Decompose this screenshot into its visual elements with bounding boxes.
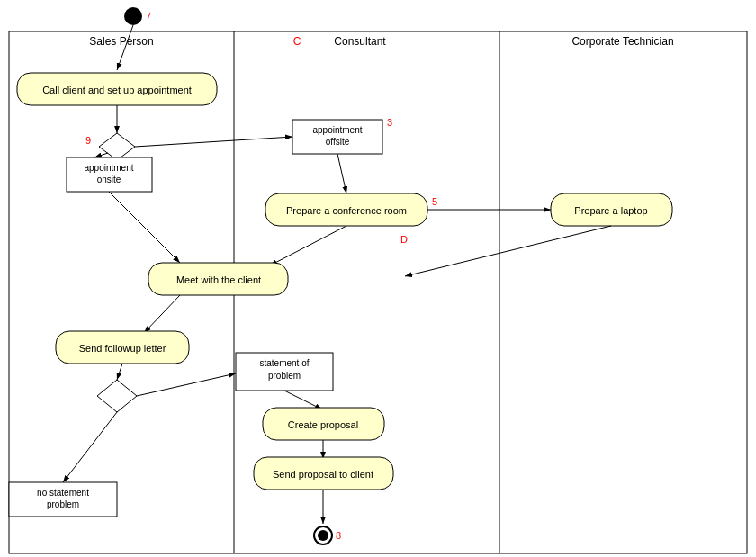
start-node: [124, 7, 142, 25]
create-proposal-label: Create proposal: [288, 419, 358, 430]
stmt-problem-line1: statement of: [259, 358, 309, 368]
no-stmt-line1: no statement: [37, 488, 89, 498]
arrow-conf-meet: [270, 226, 346, 265]
arrow-offsite-conf: [338, 154, 346, 193]
uml-diagram: Sales Person C Consultant Corporate Tech…: [0, 0, 756, 557]
arrow-onsite-meet: [109, 192, 180, 263]
stmt-problem-line2: problem: [268, 371, 301, 381]
arrow-followup-diamond2: [117, 364, 122, 380]
arrow-stmt-create: [284, 391, 322, 409]
appt-onsite-line2: onsite: [97, 175, 122, 184]
lane-sales-label: Sales Person: [89, 35, 153, 48]
appt-offsite-line2: offsite: [326, 137, 350, 147]
lane-consultant-c: C: [293, 35, 302, 48]
followup-label: Send followup letter: [79, 343, 166, 354]
arrow-laptop-meet: [405, 226, 611, 276]
conf-room-num: 5: [432, 196, 437, 207]
diagram-container: Sales Person C Consultant Corporate Tech…: [0, 0, 756, 557]
arrow-diamond2-nostmt: [63, 412, 117, 482]
end-label: 8: [336, 530, 341, 541]
start-label: 7: [146, 11, 151, 22]
d-label: D: [400, 234, 408, 245]
appt-onsite-line1: appointment: [84, 163, 133, 173]
arrow-diamond1-onsite: [94, 153, 108, 157]
meet-client-label: Meet with the client: [176, 274, 261, 285]
lane-consultant-label: Consultant: [334, 35, 386, 48]
diamond1-label: 9: [86, 135, 91, 146]
arrow-diamond2-stmt: [137, 373, 236, 396]
end-inner: [318, 530, 328, 541]
lane-corporate-label: Corporate Technician: [572, 35, 673, 48]
no-stmt-line2: problem: [47, 499, 79, 509]
call-client-label: Call client and set up appointment: [42, 85, 192, 95]
laptop-label: Prepare a laptop: [574, 205, 647, 216]
appt-offsite-line1: appointment: [312, 125, 362, 135]
arrow-diamond1-offsite: [135, 137, 292, 147]
conf-room-label: Prepare a conference room: [286, 205, 407, 216]
diamond1-node: [99, 133, 135, 160]
diamond2-node: [97, 380, 137, 412]
appt-offsite-num: 3: [387, 117, 392, 128]
arrow-meet-followup: [144, 295, 180, 333]
send-proposal-label: Send proposal to client: [273, 469, 374, 480]
